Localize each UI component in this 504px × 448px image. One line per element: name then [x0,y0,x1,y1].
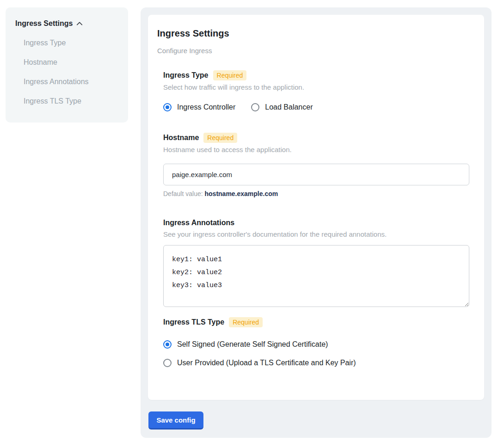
hostname-label: Hostname [163,133,199,142]
chevron-up-icon[interactable] [76,20,83,27]
radio-user-provided[interactable]: User Provided (Upload a TLS Certificate … [163,359,469,367]
save-config-button[interactable]: Save config [148,411,203,430]
ingress-annotations-textarea[interactable]: key1: value1 key2: value2 key3: value3 [163,245,469,307]
required-badge: Required [213,70,247,80]
section-ingress-type: Ingress Type Required Select how traffic… [163,70,469,111]
radio-self-signed[interactable]: Self Signed (Generate Self Signed Certif… [163,340,469,349]
sidebar-item-ingress-type[interactable]: Ingress Type [24,39,119,47]
sidebar-item-ingress-annotations[interactable]: Ingress Annotations [24,78,119,86]
ingress-settings-card: Ingress Settings Configure Ingress Ingre… [148,15,484,400]
page-subtitle: Configure Ingress [157,47,469,55]
ingress-annotations-label: Ingress Annotations [163,218,234,227]
radio-unselected-icon[interactable] [163,359,172,367]
ingress-tls-radio-group: Self Signed (Generate Self Signed Certif… [163,340,469,367]
ingress-type-radio-group: Ingress Controller Load Balancer [163,103,469,111]
page-title: Ingress Settings [157,28,469,39]
ingress-settings-sidebar: Ingress Settings Ingress Type Hostname I… [6,7,128,123]
sidebar-section-toggle[interactable]: Ingress Settings [15,19,119,28]
ingress-tls-type-label: Ingress TLS Type [163,318,224,327]
ingress-type-label: Ingress Type [163,71,209,80]
radio-ingress-controller-label: Ingress Controller [177,103,235,111]
sidebar-item-ingress-tls-type[interactable]: Ingress TLS Type [24,97,119,105]
hostname-default-line: Default value: hostname.example.com [163,190,469,197]
hostname-input[interactable] [163,164,469,185]
section-ingress-annotations: Ingress Annotations See your ingress con… [163,218,469,307]
radio-load-balancer-label: Load Balancer [265,103,313,111]
hostname-default-value: hostname.example.com [205,190,278,197]
radio-user-provided-label: User Provided (Upload a TLS Certificate … [177,359,356,367]
sidebar-item-hostname[interactable]: Hostname [24,58,119,67]
radio-selected-icon[interactable] [163,103,172,111]
required-badge: Required [229,317,263,327]
radio-self-signed-label: Self Signed (Generate Self Signed Certif… [177,340,328,349]
required-badge: Required [203,133,237,143]
radio-load-balancer[interactable]: Load Balancer [251,103,313,111]
section-ingress-tls-type: Ingress TLS Type Required Self Signed (G… [163,317,469,367]
hostname-default-label: Default value: [163,190,203,197]
ingress-annotations-description: See your ingress controller's documentat… [163,230,469,238]
hostname-description: Hostname used to access the application. [163,146,469,153]
section-hostname: Hostname Required Hostname used to acces… [163,133,469,197]
ingress-type-description: Select how traffic will ingress to the a… [163,83,469,91]
radio-selected-icon[interactable] [163,340,172,349]
radio-ingress-controller[interactable]: Ingress Controller [163,103,235,111]
ingress-settings-panel: Ingress Settings Configure Ingress Ingre… [141,7,492,438]
radio-unselected-icon[interactable] [251,103,259,111]
sidebar-title: Ingress Settings [15,19,73,28]
